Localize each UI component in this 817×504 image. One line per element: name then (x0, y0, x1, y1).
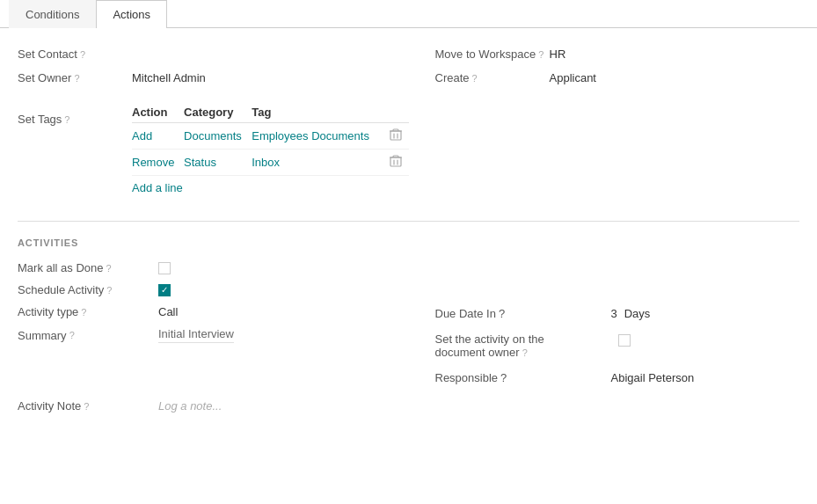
fields-grid: Set Contact ? Set Owner ? Mitchell Admin… (18, 42, 799, 205)
tag-category-cell[interactable]: Documents (184, 123, 252, 150)
schedule-activity-row: Schedule Activity ? (18, 279, 799, 301)
mark-all-help: ? (106, 263, 112, 274)
tag-category-cell[interactable]: Status (184, 150, 252, 176)
set-tags-help: ? (64, 114, 69, 125)
table-row: Add Documents Employees Documents (132, 123, 409, 150)
tab-conditions[interactable]: Conditions (9, 0, 96, 28)
tag-tag-cell[interactable]: Employees Documents (252, 123, 382, 150)
move-to-workspace-value: HR (550, 47, 566, 61)
set-activity-owner-row: Set the activity on the document owner ? (435, 326, 800, 365)
create-label: Create ? (435, 71, 550, 84)
tag-action-cell[interactable]: Add (132, 123, 184, 150)
right-fields: Move to Workspace ? HR Create ? Applican… (409, 42, 800, 205)
set-activity-owner-label: Set the activity on the document owner ? (435, 332, 611, 359)
summary-row: Summary ? Initial Interview (18, 323, 409, 347)
create-row: Create ? Applicant (435, 66, 800, 90)
add-line-button[interactable]: Add a line (132, 176, 183, 200)
tag-action-cell[interactable]: Remove (132, 150, 184, 176)
tag-tag-cell[interactable]: Inbox (252, 150, 382, 176)
activity-type-value[interactable]: Call (158, 305, 178, 318)
tab-actions[interactable]: Actions (96, 0, 167, 28)
delete-tag-button[interactable] (383, 150, 409, 176)
activity-note-label: Activity Note ? (18, 399, 158, 413)
left-fields: Set Contact ? Set Owner ? Mitchell Admin… (18, 42, 409, 205)
schedule-activity-checkbox[interactable] (158, 284, 171, 296)
set-contact-label: Set Contact ? (18, 47, 132, 61)
schedule-activity-help: ? (106, 285, 112, 296)
mark-all-row: Mark all as Done ? (18, 257, 799, 279)
due-date-values: 3 Days (611, 307, 651, 320)
create-value: Applicant (550, 71, 596, 84)
responsible-row: Responsible ? Abigail Peterson (435, 365, 800, 391)
main-content: Set Contact ? Set Owner ? Mitchell Admin… (0, 28, 817, 435)
activities-grid: Activity type ? Call Summary ? Initial I… (18, 301, 799, 391)
responsible-help: ? (500, 371, 507, 384)
activity-note-row: Activity Note ? Log a note... (18, 391, 799, 421)
set-owner-help: ? (74, 73, 79, 84)
due-date-number[interactable]: 3 (611, 307, 617, 320)
svg-rect-1 (390, 157, 401, 166)
right-activity-fields: Due Date In ? 3 Days Set the activity on… (409, 301, 800, 391)
due-date-label: Due Date In ? (435, 307, 611, 320)
divider-1 (18, 221, 799, 222)
tags-table: Action Category Tag Add Documents Employ… (132, 102, 409, 176)
activity-type-label: Activity type ? (18, 305, 158, 318)
activity-type-help: ? (81, 307, 86, 318)
left-activity-fields: Activity type ? Call Summary ? Initial I… (18, 301, 409, 391)
set-tags-label: Set Tags ? (18, 95, 132, 126)
move-to-workspace-label: Move to Workspace ? (435, 47, 550, 61)
set-owner-label: Set Owner ? (18, 71, 132, 84)
responsible-label: Responsible ? (435, 371, 611, 384)
schedule-activity-label: Schedule Activity ? (18, 283, 158, 296)
summary-help: ? (69, 330, 75, 340)
due-date-row: Due Date In ? 3 Days (435, 301, 800, 326)
due-date-unit: Days (624, 307, 651, 320)
col-header-tag: Tag (252, 102, 382, 123)
mark-all-label: Mark all as Done ? (18, 261, 158, 274)
set-activity-owner-checkbox[interactable] (618, 334, 631, 347)
delete-tag-button[interactable] (383, 123, 409, 150)
summary-value[interactable]: Initial Interview (158, 327, 234, 343)
set-owner-row: Set Owner ? Mitchell Admin (18, 66, 409, 90)
col-header-category: Category (184, 102, 252, 123)
tabs-bar: Conditions Actions (0, 0, 817, 28)
svg-rect-0 (390, 131, 401, 140)
move-to-workspace-row: Move to Workspace ? HR (435, 42, 800, 66)
set-activity-owner-help: ? (522, 347, 528, 358)
activity-note-help: ? (84, 401, 89, 412)
create-help: ? (472, 73, 478, 84)
activity-type-row: Activity type ? Call (18, 301, 409, 323)
set-contact-row: Set Contact ? (18, 42, 409, 66)
activities-section-title: ACTIVITIES (18, 237, 799, 248)
col-header-del (383, 102, 409, 123)
summary-label: Summary ? (18, 329, 158, 342)
set-tags-row: Set Tags ? Action Category Tag (18, 90, 409, 205)
responsible-value[interactable]: Abigail Peterson (611, 371, 695, 384)
set-owner-value[interactable]: Mitchell Admin (132, 71, 206, 84)
due-date-help: ? (499, 307, 505, 320)
table-row: Remove Status Inbox (132, 150, 409, 176)
activity-note-input[interactable]: Log a note... (158, 399, 222, 413)
set-contact-help: ? (80, 49, 85, 60)
mark-all-checkbox[interactable] (158, 262, 171, 274)
move-to-workspace-help: ? (538, 49, 543, 60)
tags-section: Action Category Tag Add Documents Employ… (132, 99, 409, 200)
col-header-action: Action (132, 102, 184, 123)
